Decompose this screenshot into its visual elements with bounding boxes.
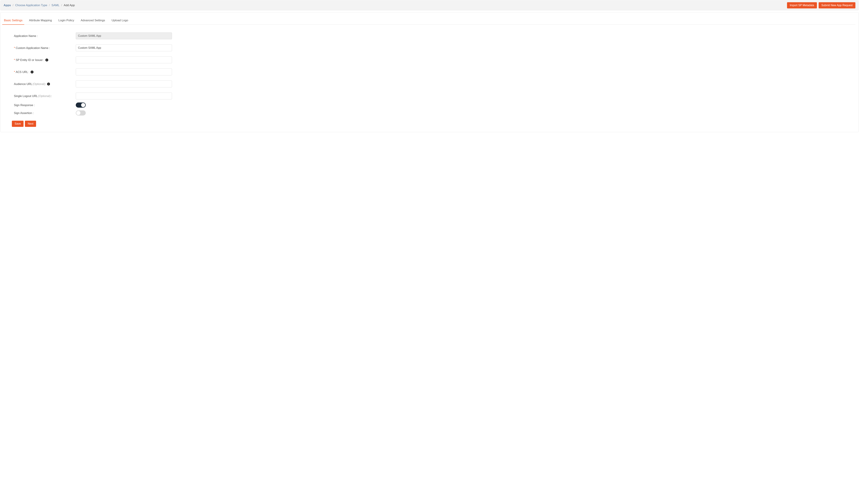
row-single-logout-url: Single Logout URL (Optional) : [14, 93, 855, 99]
breadcrumb-apps[interactable]: Apps [4, 4, 11, 7]
row-audience-url: Audience URL (Optional) : i [14, 80, 855, 88]
required-marker: * [14, 58, 15, 62]
label-slo-optional: (Optional) [38, 94, 50, 98]
next-button[interactable]: Next [25, 121, 36, 127]
tab-advanced-settings[interactable]: Advanced Settings [80, 16, 105, 25]
label-sign-response-text: Sign Response : [14, 104, 35, 107]
sp-entity-id-input[interactable] [76, 57, 172, 63]
label-audience-url-optional: (Optional) [32, 82, 45, 86]
label-acs-url: * ACS URL : i [14, 70, 76, 74]
row-application-name: Application Name : [14, 32, 855, 39]
custom-application-name-input[interactable] [76, 45, 172, 51]
label-audience-url-colon: : [45, 82, 46, 86]
breadcrumb-separator: / [13, 4, 14, 7]
main-panel: Basic Settings Attribute Mapping Login P… [0, 12, 859, 132]
tab-attribute-mapping[interactable]: Attribute Mapping [29, 16, 52, 25]
required-marker: * [14, 46, 15, 50]
acs-url-input[interactable] [76, 68, 172, 75]
toggle-knob [81, 103, 85, 107]
tab-login-policy[interactable]: Login Policy [58, 16, 75, 25]
row-sign-response: Sign Response : [14, 103, 855, 108]
label-custom-application-name: * Custom Application Name : [14, 46, 76, 50]
topbar-buttons: Import SP Metadata Submit New App Reques… [787, 2, 855, 9]
audience-url-input[interactable] [76, 80, 172, 88]
row-custom-application-name: * Custom Application Name : [14, 45, 855, 51]
application-name-input [76, 32, 172, 39]
row-sp-entity-id: * SP Entity ID or Issuer : i [14, 57, 855, 63]
breadcrumb-current: Add App [64, 4, 75, 7]
label-slo-colon: : [51, 94, 52, 98]
import-sp-metadata-button[interactable]: Import SP Metadata [787, 2, 817, 9]
sign-response-toggle[interactable] [76, 103, 86, 108]
single-logout-url-input[interactable] [76, 93, 172, 99]
form-actions: Save Next [12, 121, 855, 127]
info-icon[interactable]: i [45, 59, 48, 61]
label-single-logout-url: Single Logout URL (Optional) : [14, 94, 76, 98]
toggle-knob [76, 111, 80, 115]
row-sign-assertion: Sign Assertion : [14, 110, 855, 115]
sign-assertion-toggle[interactable] [76, 110, 86, 115]
label-audience-url-text: Audience URL [14, 82, 32, 86]
label-slo-text: Single Logout URL [14, 94, 38, 98]
label-application-name-text: Application Name : [14, 34, 38, 37]
basic-settings-form: Application Name : * Custom Application … [14, 32, 855, 127]
breadcrumb-separator: / [61, 4, 62, 7]
breadcrumb-saml[interactable]: SAML [51, 4, 59, 7]
submit-new-app-request-button[interactable]: Submit New App Request [819, 2, 855, 9]
label-sp-entity-id-text: SP Entity ID or Issuer : [16, 58, 44, 62]
label-sign-assertion-text: Sign Assertion : [14, 111, 34, 115]
label-sp-entity-id: * SP Entity ID or Issuer : i [14, 58, 76, 62]
tab-upload-logo[interactable]: Upload Logo [111, 16, 128, 25]
breadcrumb-choose-type[interactable]: Choose Application Type [15, 4, 47, 7]
label-custom-application-name-text: Custom Application Name : [16, 46, 50, 50]
topbar: Apps / Choose Application Type / SAML / … [0, 0, 859, 10]
label-sign-assertion: Sign Assertion : [14, 111, 76, 115]
tabs: Basic Settings Attribute Mapping Login P… [4, 16, 855, 25]
tab-basic-settings[interactable]: Basic Settings [4, 16, 23, 25]
info-icon[interactable]: i [31, 70, 33, 74]
label-acs-url-text: ACS URL : [16, 70, 29, 74]
required-marker: * [14, 70, 15, 74]
breadcrumb-separator: / [49, 4, 50, 7]
breadcrumb: Apps / Choose Application Type / SAML / … [4, 4, 75, 7]
label-sign-response: Sign Response : [14, 104, 76, 107]
info-icon[interactable]: i [47, 82, 50, 85]
row-acs-url: * ACS URL : i [14, 68, 855, 75]
label-application-name: Application Name : [14, 34, 76, 37]
label-audience-url: Audience URL (Optional) : i [14, 82, 76, 86]
save-button[interactable]: Save [12, 121, 24, 127]
